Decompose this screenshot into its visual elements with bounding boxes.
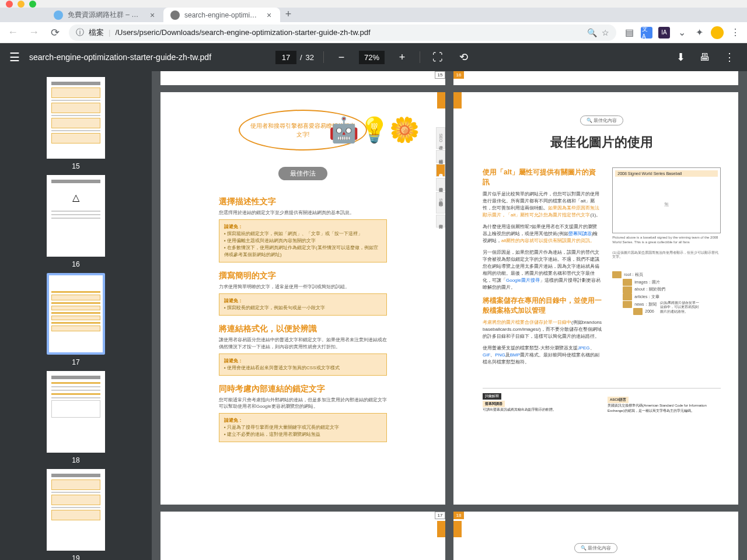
section-heading: 將連結格式化，以便於辨識 bbox=[219, 324, 387, 334]
close-tab-icon[interactable]: × bbox=[265, 11, 273, 19]
reload-button[interactable]: ⟳ bbox=[48, 26, 62, 40]
pdf-page-18b: 18 🔍 最佳化內容 適當使用標題標記 bbox=[453, 512, 738, 560]
zoom-indicator-icon[interactable]: 🔍 bbox=[587, 28, 597, 37]
section-heading: 撰寫簡明的文字 bbox=[219, 271, 387, 281]
extensions-menu-icon[interactable]: ✦ bbox=[693, 27, 705, 38]
category-badge: 🔍 最佳化內容 bbox=[580, 116, 623, 125]
avoid-box: 請避免：▪ 撰寫較長的錨定文字，例如長句或是一小段文字 bbox=[219, 293, 387, 316]
forward-button[interactable]: → bbox=[27, 26, 41, 40]
section-text: 您可能通常只會考慮指向外部網站的連結，但是多加注意用於內部連結的錨定文字可以幫助… bbox=[219, 397, 387, 410]
avoid-box: 請避免： ▪ 撰寫籠統的錨定文字，例如「網頁」、「文章」或「按一下這裡」▪ 使用… bbox=[219, 219, 387, 262]
body-text: 為什麼使用這個屬性呢?如果使用者在不支援圖片的瀏覽器上檢視您的網站，或使用其他技… bbox=[483, 223, 602, 244]
pdf-page-area[interactable]: 15 16 SEO基礎 改善網站結構 最佳化內容 處理檢索器 bbox=[152, 71, 747, 560]
pdf-viewer: ☰ search-engine-optimization-starter-gui… bbox=[0, 43, 747, 560]
image-note: (1)這張圖片因為某些原因而無法向使用者顯示，但至少可以顯示替代文字。 bbox=[612, 251, 721, 260]
best-practice-badge: 最佳作法 bbox=[278, 167, 327, 180]
folder-icon bbox=[623, 286, 632, 293]
chrome-menu-icon[interactable]: ⋮ bbox=[729, 27, 741, 38]
browser-tab-1[interactable]: 免費資源網路社群 – 免費資源指南 × bbox=[47, 8, 163, 22]
side-tabs: SEO基礎 改善網站結構 最佳化內容 處理檢索器 行動裝置的SEO 宣傳與分析 bbox=[436, 127, 445, 228]
back-button[interactable]: ← bbox=[6, 26, 20, 40]
profile-avatar[interactable] bbox=[711, 26, 724, 39]
thumb-label: 15 bbox=[72, 162, 79, 170]
zoom-out-button[interactable]: − bbox=[333, 49, 350, 65]
folder-tree: root：根頁 images：圖片 about：關於我們 articles：文章… bbox=[612, 271, 721, 316]
thumb-label: 16 bbox=[72, 260, 79, 268]
thumbnail-17[interactable]: 17 bbox=[47, 273, 105, 366]
menu-icon[interactable]: ☰ bbox=[9, 50, 20, 64]
url-path: /Users/pseric/Downloads/search-engine-op… bbox=[115, 28, 582, 37]
section-text: 力求使用簡單明瞭的文字，通常是使用一些字詞或簡短的詞組。 bbox=[219, 284, 387, 290]
category-badge: 🔍 最佳化內容 bbox=[574, 543, 617, 553]
example-image-frame: 2008 Signed World Series Baseball 無 bbox=[612, 167, 721, 233]
folder-icon bbox=[623, 301, 632, 308]
thumbnail-16[interactable]: △16 bbox=[47, 175, 105, 268]
page-number: 16 bbox=[453, 71, 464, 79]
zoom-in-button[interactable]: + bbox=[394, 49, 410, 65]
pdf-page-15-bottom: 15 bbox=[160, 71, 445, 85]
page-number: 17 bbox=[435, 512, 445, 519]
section-heading: 選擇描述性文字 bbox=[219, 197, 387, 207]
thumb-label: 17 bbox=[72, 358, 79, 366]
browser-tab-2[interactable]: search-engine-optimization-st × bbox=[163, 8, 280, 22]
extension-icon[interactable]: IA bbox=[658, 27, 670, 38]
info-icon[interactable]: ⓘ bbox=[76, 27, 84, 38]
section-text: 讓使用者容易區分您連結中的普通文字和錨定文字。如果使用者未注意到連結或在偶然情況… bbox=[219, 337, 387, 349]
thumbnail-15[interactable]: 15 bbox=[47, 77, 105, 170]
url-input[interactable]: ⓘ 檔案 | /Users/pseric/Downloads/search-en… bbox=[69, 24, 616, 41]
pdf-toolbar: ☰ search-engine-optimization-starter-gui… bbox=[0, 43, 747, 71]
body-text: 圖片似乎是比較簡單的網站元件，但您可以對圖片的使用進行最佳化。所有圖片都有不同的… bbox=[483, 191, 602, 219]
page-input[interactable] bbox=[275, 51, 296, 64]
window-controls bbox=[0, 0, 747, 8]
folder-icon bbox=[623, 279, 632, 286]
more-actions-button[interactable]: ⋮ bbox=[721, 49, 738, 65]
tab-title: 免費資源網路社群 – 免費資源指南 bbox=[68, 10, 144, 20]
pdf-page-17b: 17 bbox=[160, 512, 445, 560]
page-indicator: / 32 bbox=[275, 51, 314, 64]
fit-page-button[interactable]: ⛶ bbox=[430, 49, 446, 65]
image-placeholder: 無 bbox=[615, 178, 718, 230]
pdf-page-17: SEO基礎 改善網站結構 最佳化內容 處理檢索器 行動裝置的SEO 宣傳與分析 … bbox=[160, 92, 445, 505]
browser-tab-bar: 免費資源網路社群 – 免費資源指南 × search-engine-optimi… bbox=[0, 8, 747, 22]
glossary: 詞彙解釋 螢幕閱讀器 可讀出螢幕資訊或將其輸出為點字顯示的軟體。 ASCII語言… bbox=[483, 388, 721, 414]
avoid-box: 請避免：▪ 只是為了搜尋引擎而使用大量關鍵字或冗長的錨定文字▪ 建立不必要的連結… bbox=[219, 413, 387, 442]
translate-icon[interactable]: 文A bbox=[641, 27, 652, 38]
pocket-icon[interactable]: ⌄ bbox=[676, 27, 687, 38]
extension-icon[interactable]: ▤ bbox=[623, 27, 635, 38]
body-text: 使用普遍受支援的檔案類型-大部分瀏覽器支援JPEG、GIF、PNG及BMP圖片格… bbox=[483, 345, 602, 366]
close-window-icon[interactable] bbox=[6, 1, 13, 8]
section-heading: 同時考慮內部連結的錨定文字 bbox=[219, 384, 387, 394]
thumbnail-19[interactable]: 19 bbox=[47, 469, 105, 560]
section-heading: 將檔案儲存在專用的目錄中，並使用一般檔案格式加以管理 bbox=[483, 296, 602, 316]
page-number: 15 bbox=[435, 71, 445, 79]
pdf-page-18: 🔍 最佳化內容 最佳化圖片的使用 使用「alt」屬性可提供有關圖片的資訊 圖片似… bbox=[453, 92, 738, 505]
close-tab-icon[interactable]: × bbox=[148, 11, 156, 19]
page-separator: / bbox=[300, 53, 302, 62]
folder-icon bbox=[633, 308, 643, 315]
favicon-icon bbox=[54, 10, 63, 20]
image-title: 2008 Signed World Series Baseball bbox=[615, 170, 718, 177]
address-bar: ← → ⟳ ⓘ 檔案 | /Users/pseric/Downloads/sea… bbox=[0, 22, 747, 43]
url-scheme: 檔案 bbox=[89, 27, 104, 38]
image-caption: Pictured above is a baseball signed by t… bbox=[612, 236, 721, 245]
maximize-window-icon[interactable] bbox=[29, 1, 36, 8]
thumbnail-sidebar[interactable]: 15 △16 17 18 19 bbox=[0, 71, 152, 560]
pdf-page-16-bottom: 16 bbox=[453, 71, 738, 85]
minimize-window-icon[interactable] bbox=[18, 1, 25, 8]
thumbnail-18[interactable]: 18 bbox=[47, 371, 105, 464]
tab-title: search-engine-optimization-st bbox=[184, 11, 260, 19]
rotate-button[interactable]: ⟲ bbox=[455, 49, 472, 65]
section-text: 您選擇用於連結的錨定文字至少應提供有關連結網頁的基本訊息。 bbox=[219, 209, 387, 216]
avoid-box: 請避免：▪ 使用會使連結看起來與普通文字無異的CSS或文字樣式 bbox=[219, 354, 387, 376]
folder-icon bbox=[623, 293, 632, 300]
bookmark-icon[interactable]: ☆ bbox=[602, 28, 609, 37]
pdf-filename: search-engine-optimization-starter-guide… bbox=[29, 52, 211, 62]
folder-icon bbox=[612, 271, 622, 278]
download-button[interactable]: ⬇ bbox=[672, 49, 689, 65]
total-pages: 32 bbox=[306, 53, 314, 62]
new-tab-button[interactable]: + bbox=[280, 6, 296, 22]
zoom-input[interactable] bbox=[359, 51, 385, 64]
print-button[interactable]: 🖶 bbox=[697, 49, 713, 65]
thumb-label: 18 bbox=[72, 456, 79, 464]
section-heading: 使用「alt」屬性可提供有關圖片的資訊 bbox=[483, 167, 602, 187]
